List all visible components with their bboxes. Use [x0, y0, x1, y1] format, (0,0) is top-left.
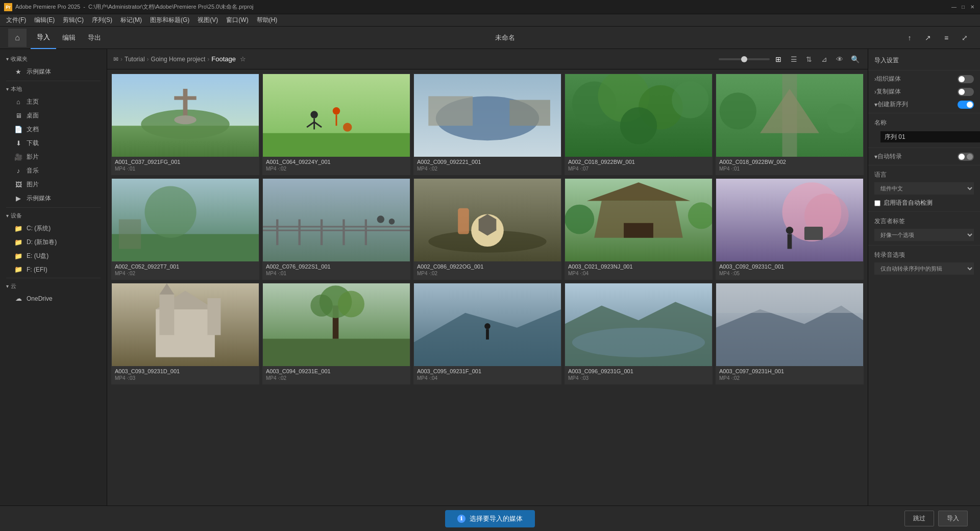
- cloud-header[interactable]: ▾ 云: [0, 280, 107, 292]
- import-notice[interactable]: ℹ 选择要导入的媒体: [445, 510, 535, 527]
- filter-button[interactable]: ⊿: [818, 53, 831, 66]
- home-button[interactable]: ⌂: [8, 29, 27, 47]
- menu-view[interactable]: 视图(V): [193, 14, 222, 26]
- media-item-2[interactable]: A001_C064_09224Y_001 MP4 ·:02: [262, 74, 410, 175]
- media-info-9: A003_C021_0923NJ_001 MP4 ·:04: [565, 261, 712, 279]
- sidebar-item-sample-media[interactable]: ★ 示例媒体: [0, 65, 107, 79]
- media-item-10[interactable]: A003_C092_09231C_001 MP4 ·:05: [716, 178, 864, 280]
- auto-detect-checkbox[interactable]: [874, 200, 880, 206]
- media-item-3[interactable]: A002_C009_092221_001 MP4 ·:02: [413, 74, 561, 175]
- language-select[interactable]: 组件中文: [874, 182, 974, 195]
- sidebar-item-sample-media-local[interactable]: ▶ 示例媒体: [0, 191, 107, 205]
- breadcrumb-envelope[interactable]: ✉: [113, 56, 118, 63]
- breadcrumb-project[interactable]: Going Home project: [151, 56, 206, 63]
- media-meta-9: MP4 ·:04: [568, 271, 709, 276]
- sidebar-item-e-drive[interactable]: 📁 E: (U盘): [0, 249, 107, 263]
- expand-icon-button[interactable]: ⤢: [958, 31, 972, 45]
- transcription-select[interactable]: 仅自动转录序列中的剪辑: [874, 262, 974, 275]
- export-tab[interactable]: 导出: [82, 27, 107, 49]
- media-name-5: A002_C018_0922BW_002: [719, 159, 860, 165]
- sidebar-item-music[interactable]: ♪ 音乐: [0, 164, 107, 178]
- sidebar-item-documents[interactable]: 📄 文档: [0, 123, 107, 136]
- list-view-button[interactable]: ☰: [787, 53, 800, 66]
- sidebar-divider-2: [6, 207, 101, 208]
- breadcrumb-tutorial[interactable]: Tutorial: [125, 56, 145, 63]
- edit-tab[interactable]: 编辑: [56, 27, 82, 49]
- sidebar-item-f-drive[interactable]: 📁 F: (EFI): [0, 263, 107, 276]
- speaker-select[interactable]: 好像一个选项: [874, 229, 974, 241]
- breadcrumb-star-icon[interactable]: ☆: [240, 55, 246, 63]
- media-item-14[interactable]: A003_C096_09231G_001 MP4 ·:03: [565, 283, 713, 384]
- media-item-8[interactable]: A002_C086_0922OG_001 MP4 ·:02: [413, 178, 561, 280]
- sidebar-item-d-drive[interactable]: 📁 D: (新加卷): [0, 235, 107, 249]
- sidebar-item-pictures[interactable]: 🖼 图片: [0, 178, 107, 191]
- search-button[interactable]: 🔍: [848, 53, 862, 66]
- thumbnail-size-slider[interactable]: [719, 58, 770, 60]
- media-item-7[interactable]: A002_C076_0922S1_001 MP4 ·:01: [262, 178, 410, 280]
- e-drive-label: E: (U盘): [27, 252, 48, 260]
- menu-file[interactable]: 文件(F): [2, 14, 30, 26]
- local-header[interactable]: ▾ 本地: [0, 83, 107, 95]
- media-item-9[interactable]: A003_C021_0923NJ_001 MP4 ·:04: [565, 178, 713, 280]
- media-item-13[interactable]: A003_C095_09231F_001 MP4 ·:04: [413, 283, 561, 384]
- menu-clip[interactable]: 剪辑(C): [59, 14, 88, 26]
- media-meta-4: MP4 ·:07: [568, 166, 709, 172]
- media-info-12: A003_C094_09231E_001 MP4 ·:02: [263, 366, 410, 384]
- sequence-name-input[interactable]: [880, 131, 980, 142]
- media-item-4[interactable]: A002_C018_0922BW_001 MP4 ·:07: [565, 74, 713, 175]
- sidebar-item-desktop[interactable]: 🖥 桌面: [0, 109, 107, 123]
- breadcrumb-bar: ✉ › Tutorial › Going Home project › Foot…: [107, 49, 868, 69]
- import-tab[interactable]: 导入: [31, 27, 56, 49]
- svg-rect-33: [119, 220, 141, 249]
- media-item-15[interactable]: A003_C097_09231H_001 MP4 ·:02: [716, 283, 864, 384]
- skip-button[interactable]: 跳过: [904, 511, 934, 526]
- d-drive-label: D: (新加卷): [27, 238, 57, 247]
- sidebar-item-home[interactable]: ⌂ 主页: [0, 95, 107, 109]
- menu-help[interactable]: 帮助(H): [253, 14, 282, 26]
- thumbnail-8: [414, 179, 561, 261]
- menu-marker[interactable]: 标记(M): [116, 14, 146, 26]
- sidebar-item-downloads[interactable]: ⬇ 下载: [0, 136, 107, 150]
- media-name-7: A002_C076_0922S1_001: [266, 263, 407, 270]
- sidebar-item-onedrive[interactable]: ☁ OneDrive: [0, 292, 107, 305]
- media-meta-1: MP4 ·:01: [115, 166, 256, 172]
- media-item-5[interactable]: A002_C018_0922BW_002 MP4 ·:01: [716, 74, 864, 175]
- close-button[interactable]: ✕: [969, 4, 976, 11]
- export-icon-button[interactable]: ↗: [921, 31, 935, 45]
- organize-media-toggle[interactable]: [958, 75, 974, 83]
- speaker-label: 发言者标签: [874, 218, 905, 225]
- media-item-1[interactable]: A001_C037_0921FG_001 MP4 ·:01: [111, 74, 259, 175]
- maximize-button[interactable]: □: [960, 4, 967, 11]
- language-label: 语言: [874, 171, 887, 178]
- cloud-arrow: ▾: [6, 283, 9, 289]
- folder-icon-c: 📁: [14, 225, 22, 232]
- media-item-11[interactable]: A003_C093_09231D_001 MP4 ·:03: [111, 283, 259, 384]
- devices-header[interactable]: ▾ 设备: [0, 210, 107, 222]
- visibility-button[interactable]: 👁: [833, 53, 846, 66]
- menu-sequence[interactable]: 序列(S): [88, 14, 116, 26]
- menu-edit[interactable]: 编辑(E): [30, 14, 59, 26]
- sample-media-label: 示例媒体: [27, 67, 51, 76]
- media-item-6[interactable]: A002_C052_0922T7_001 MP4 ·:02: [111, 178, 259, 280]
- menu-window[interactable]: 窗口(W): [222, 14, 252, 26]
- menu-icon-button[interactable]: ≡: [939, 31, 953, 45]
- auto-transcript-toggle[interactable]: [958, 153, 974, 161]
- collections-header[interactable]: ▾ 收藏夹: [0, 53, 107, 65]
- sidebar-item-movies[interactable]: 🎥 影片: [0, 150, 107, 164]
- import-button[interactable]: 导入: [938, 511, 968, 526]
- copy-media-toggle[interactable]: [958, 88, 974, 96]
- menu-graphics[interactable]: 图形和标题(G): [146, 14, 193, 26]
- sidebar-item-c-drive[interactable]: 📁 C: (系统): [0, 222, 107, 235]
- media-item-12[interactable]: A003_C094_09231E_001 MP4 ·:02: [262, 283, 410, 384]
- media-meta-15: MP4 ·:02: [719, 375, 860, 381]
- svg-point-74: [484, 323, 491, 329]
- sequence-name-wrap: [868, 128, 980, 146]
- share-icon-button[interactable]: ↑: [902, 31, 917, 45]
- home-icon: ⌂: [14, 98, 22, 106]
- svg-rect-3: [183, 89, 188, 118]
- name-label: 名称: [874, 119, 887, 126]
- minimize-button[interactable]: —: [950, 4, 958, 11]
- create-sequence-toggle[interactable]: [958, 101, 974, 109]
- sort-button[interactable]: ⇅: [802, 53, 816, 66]
- grid-view-button[interactable]: ⊞: [772, 53, 785, 66]
